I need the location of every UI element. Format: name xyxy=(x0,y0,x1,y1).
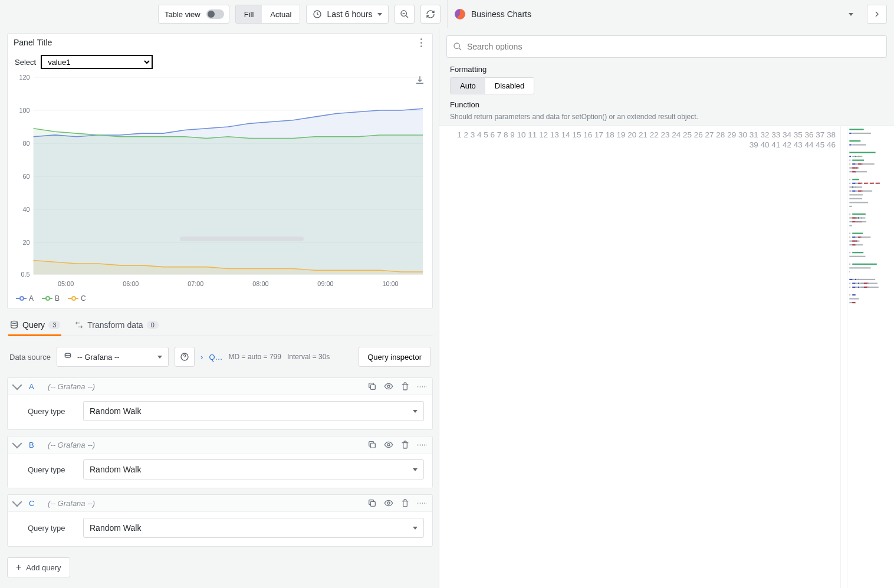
drag-handle-icon[interactable] xyxy=(417,440,426,449)
table-view-toggle[interactable]: Table view xyxy=(158,5,229,24)
svg-rect-25 xyxy=(370,385,375,389)
grafana-icon xyxy=(63,352,73,362)
delete-icon[interactable] xyxy=(400,440,410,449)
code-body[interactable]: //Get the DOM for the panel let dom = co… xyxy=(841,126,847,588)
svg-rect-70 xyxy=(852,186,853,188)
collapse-toggle[interactable] xyxy=(12,497,22,507)
panel-menu-button[interactable] xyxy=(416,37,426,48)
svg-rect-112 xyxy=(849,279,852,280)
formatting-auto-button[interactable]: Auto xyxy=(451,78,485,94)
svg-text:80: 80 xyxy=(23,140,30,147)
query-type-select[interactable]: Random Walk xyxy=(83,518,424,538)
top-toolbar: Table view Fill Actual Last 6 hours Busi… xyxy=(0,0,894,28)
code-minimap[interactable] xyxy=(847,126,894,588)
database-icon xyxy=(9,320,19,330)
plus-icon: + xyxy=(16,563,21,572)
toggle-visibility-icon[interactable] xyxy=(384,440,393,449)
toggle-switch[interactable] xyxy=(206,9,224,19)
time-range-picker[interactable]: Last 6 hours xyxy=(306,5,388,24)
clock-icon xyxy=(313,9,322,19)
panel-select-input[interactable]: value1 xyxy=(41,55,153,69)
chevron-down-icon xyxy=(377,13,382,16)
fill-button[interactable]: Fill xyxy=(236,5,262,23)
add-query-button[interactable]: + Add query xyxy=(7,557,70,577)
collapse-button[interactable] xyxy=(841,5,861,24)
zoom-out-button[interactable] xyxy=(395,5,415,24)
svg-text:100: 100 xyxy=(19,107,30,114)
toggle-visibility-icon[interactable] xyxy=(384,382,393,391)
query-type-select[interactable]: Random Walk xyxy=(83,459,424,479)
query-ref[interactable]: C xyxy=(29,499,40,508)
query-tabs: Query 3 Transform data 0 xyxy=(7,314,433,336)
svg-rect-135 xyxy=(852,302,855,303)
svg-rect-110 xyxy=(849,267,870,268)
svg-rect-109 xyxy=(852,264,877,265)
legend-item[interactable]: A xyxy=(16,294,34,303)
svg-rect-96 xyxy=(855,236,870,238)
query-source: (-- Grafana --) xyxy=(48,499,95,508)
datasource-help-button[interactable] xyxy=(175,347,195,367)
drag-handle-icon[interactable] xyxy=(417,382,426,391)
svg-text:06:00: 06:00 xyxy=(123,280,139,287)
svg-text:40: 40 xyxy=(23,206,30,213)
duplicate-icon[interactable] xyxy=(367,382,377,391)
svg-rect-119 xyxy=(858,282,859,284)
chart-scrollbar[interactable] xyxy=(180,236,304,241)
datasource-meta-interval: Interval = 30s xyxy=(287,353,330,361)
query-count-badge: 3 xyxy=(48,321,60,329)
expand-right-button[interactable] xyxy=(867,5,887,24)
legend-swatch xyxy=(16,296,27,301)
query-ref[interactable]: B xyxy=(29,441,40,449)
select-label: Select xyxy=(15,58,36,67)
datasource-select[interactable]: -- Grafana -- xyxy=(57,347,169,367)
svg-point-31 xyxy=(454,43,459,48)
query-inspector-button[interactable]: Query inspector xyxy=(359,347,430,367)
delete-icon[interactable] xyxy=(400,382,410,391)
svg-rect-43 xyxy=(849,160,850,161)
svg-rect-68 xyxy=(879,183,880,184)
options-search-input[interactable] xyxy=(467,42,880,51)
duplicate-icon[interactable] xyxy=(367,498,377,508)
legend-item[interactable]: C xyxy=(68,294,86,303)
actual-button[interactable]: Actual xyxy=(262,5,300,23)
legend-item[interactable]: B xyxy=(42,294,60,303)
svg-rect-38 xyxy=(849,152,875,153)
toggle-visibility-icon[interactable] xyxy=(384,498,393,508)
formatting-disabled-button[interactable]: Disabled xyxy=(485,78,534,94)
svg-text:09:00: 09:00 xyxy=(317,280,333,287)
svg-rect-122 xyxy=(867,282,877,284)
svg-rect-97 xyxy=(858,236,861,238)
collapse-toggle[interactable] xyxy=(12,380,22,390)
query-type-label: Query type xyxy=(28,407,75,416)
query-type-label: Query type xyxy=(28,524,75,533)
svg-rect-59 xyxy=(852,183,855,184)
svg-rect-129 xyxy=(867,287,879,288)
code-editor[interactable]: 1 2 3 4 5 6 7 8 9 10 11 12 13 14 15 16 1… xyxy=(439,126,894,588)
options-search[interactable] xyxy=(446,35,887,58)
svg-rect-51 xyxy=(852,167,857,169)
tab-transform-label: Transform data xyxy=(87,320,143,330)
chevron-right-icon[interactable]: › xyxy=(201,353,203,362)
refresh-button[interactable] xyxy=(420,5,441,24)
download-icon[interactable] xyxy=(415,75,425,86)
collapse-toggle[interactable] xyxy=(12,439,22,449)
query-options-link[interactable]: Q… xyxy=(209,353,222,362)
query-ref[interactable]: A xyxy=(29,382,40,391)
query-type-select[interactable]: Random Walk xyxy=(83,401,424,421)
svg-rect-45 xyxy=(849,163,850,165)
svg-point-30 xyxy=(387,502,390,504)
duplicate-icon[interactable] xyxy=(367,440,377,449)
drag-handle-icon[interactable] xyxy=(417,498,426,508)
delete-icon[interactable] xyxy=(400,498,410,508)
tab-query[interactable]: Query 3 xyxy=(9,314,60,336)
transform-count-badge: 0 xyxy=(147,321,159,329)
legend-label: A xyxy=(29,294,34,303)
chevron-right-icon xyxy=(872,9,882,19)
tab-transform[interactable]: Transform data 0 xyxy=(74,314,159,336)
panel-card: Panel Title Select value1 0.52040 xyxy=(7,33,433,309)
svg-rect-136 xyxy=(855,302,856,303)
svg-rect-41 xyxy=(855,156,856,157)
svg-rect-131 xyxy=(852,294,855,295)
query-row: A (-- Grafana --) Query type Random Walk xyxy=(7,377,433,430)
svg-rect-124 xyxy=(852,287,855,288)
